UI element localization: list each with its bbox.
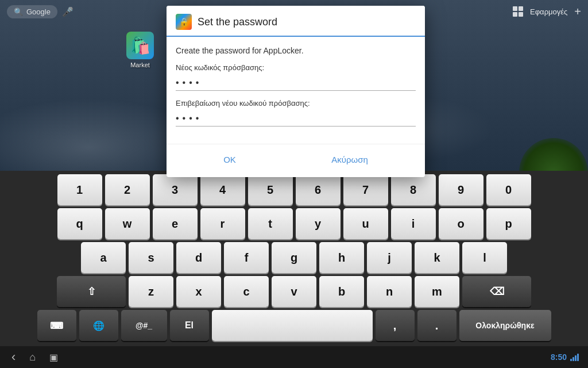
cancel-button[interactable]: Ακύρωση [318,150,382,169]
dialog-title: Set the password [198,16,277,28]
signal-bars-icon [570,353,579,361]
new-password-field-group: Νέος κωδικός πρόσβασης: [176,63,416,91]
bottombar-nav: › ⌂ ▣ [9,347,60,367]
ok-button[interactable]: OK [210,150,250,169]
home-button[interactable]: ⌂ [27,349,38,366]
confirm-password-input[interactable] [176,111,416,126]
set-password-dialog: 🔒 Set the password Create the password f… [167,6,425,177]
back-button[interactable]: › [9,347,18,367]
confirm-password-label: Επιβεβαίωση νέου κωδικού πρόσβασης: [176,99,416,108]
time-display: 8:50 [551,352,567,362]
new-password-label: Νέος κωδικός πρόσβασης: [176,63,416,72]
dialog-title-bar: 🔒 Set the password [167,6,425,37]
dialog-body: Create the password for AppLocker. Νέος … [167,37,425,144]
bottombar: › ⌂ ▣ 8:50 [0,346,588,368]
new-password-input[interactable] [176,75,416,91]
confirm-password-field-group: Επιβεβαίωση νέου κωδικού πρόσβασης: [176,99,416,126]
applocker-icon: 🔒 [176,14,192,30]
dialog-overlay: 🔒 Set the password Create the password f… [0,0,588,368]
applocker-icon-graphic: 🔒 [179,17,189,26]
recent-apps-button[interactable]: ▣ [47,350,60,365]
dialog-description: Create the password for AppLocker. [176,46,416,55]
status-bar-right: 8:50 [551,352,579,362]
dialog-buttons: OK Ακύρωση [167,144,425,177]
